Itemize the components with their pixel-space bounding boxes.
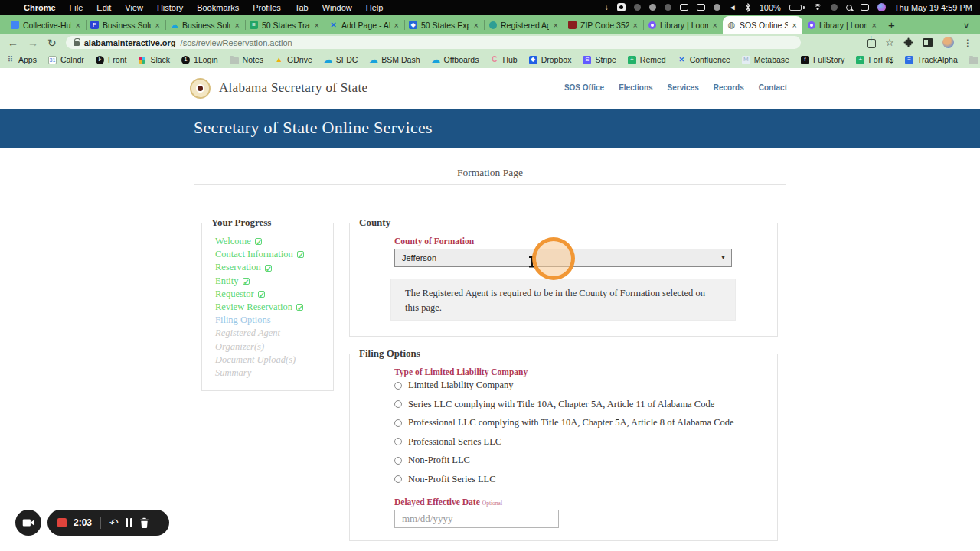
- copy-icon[interactable]: [697, 4, 705, 11]
- bookmark-offboards[interactable]: ☁Offboards: [432, 55, 479, 64]
- tab-business-solutions-2[interactable]: ☁ Business Solutio ×: [165, 16, 245, 34]
- bookmark-gdrive[interactable]: ▲GDrive: [275, 55, 312, 64]
- tab-close-icon[interactable]: ×: [632, 21, 639, 30]
- tab-close-icon[interactable]: ×: [234, 21, 240, 30]
- extensions-icon[interactable]: [903, 37, 913, 47]
- lock-icon[interactable]: [74, 41, 80, 46]
- side-panel-icon[interactable]: [923, 38, 933, 47]
- address-bar[interactable]: alabamainteractive.org /sos/reviewReserv…: [66, 36, 801, 49]
- bookmark-sfdc[interactable]: ☁SFDC: [324, 55, 358, 64]
- tab-close-icon[interactable]: ×: [394, 21, 400, 30]
- radio-icon[interactable]: [394, 419, 402, 427]
- bookmark-forfils[interactable]: +ForFil$: [856, 55, 893, 64]
- radio-option-professional-llc[interactable]: Professional LLC complying with Title 10…: [394, 417, 777, 429]
- menu-history[interactable]: History: [157, 3, 183, 12]
- tab-search-chevron[interactable]: ∨: [963, 21, 969, 31]
- radio-icon[interactable]: [394, 475, 402, 483]
- radio-icon[interactable]: [394, 457, 402, 465]
- tab-close-icon[interactable]: ×: [712, 21, 718, 30]
- delete-recording-icon[interactable]: [139, 517, 149, 528]
- progress-item-review-reservation[interactable]: Review Reservation: [215, 301, 333, 314]
- volume-icon[interactable]: ◄: [729, 4, 737, 11]
- chrome-menu-icon[interactable]: ⋮: [963, 37, 972, 48]
- back-button[interactable]: ←: [8, 37, 18, 48]
- bookmark-star-icon[interactable]: ☆: [885, 37, 894, 48]
- timemachine-icon[interactable]: [831, 4, 838, 11]
- nav-elections[interactable]: Elections: [619, 83, 652, 92]
- tab-close-icon[interactable]: ×: [871, 21, 877, 30]
- new-tab-button[interactable]: +: [888, 18, 895, 31]
- menu-help[interactable]: Help: [366, 3, 384, 12]
- reload-button[interactable]: ↻: [47, 37, 57, 48]
- menu-clock[interactable]: Thu May 19 4:59 PM: [894, 3, 972, 12]
- download-status-icon[interactable]: ↓: [605, 4, 609, 11]
- radio-icon[interactable]: [394, 382, 402, 390]
- mic-status-icon[interactable]: [665, 4, 671, 11]
- menu-bookmarks[interactable]: Bookmarks: [197, 3, 239, 12]
- progress-item-requestor[interactable]: Requestor: [215, 288, 333, 301]
- bookmark-confluence[interactable]: ✕Confluence: [678, 55, 730, 64]
- user-switch-icon[interactable]: [861, 4, 869, 11]
- bookmark-irs-folder[interactable]: IRS: [969, 55, 980, 64]
- nav-contact[interactable]: Contact: [759, 83, 787, 92]
- tab-add-page-confluence[interactable]: ✕ Add Page - Alaba ×: [325, 16, 404, 34]
- radio-option-series-llc[interactable]: Series LLC complying with Title 10A, Cha…: [394, 399, 777, 410]
- tab-close-icon[interactable]: ×: [155, 21, 161, 30]
- wifi-icon[interactable]: [813, 4, 822, 11]
- bookmark-dropbox[interactable]: ◆Dropbox: [529, 55, 572, 64]
- nav-records[interactable]: Records: [714, 83, 744, 92]
- tab-close-icon[interactable]: ×: [75, 21, 81, 30]
- progress-item-filing-options[interactable]: Filing Options: [215, 314, 333, 327]
- bookmark-calndr[interactable]: 31Calndr: [48, 55, 84, 64]
- progress-item-contact-information[interactable]: Contact Information: [215, 248, 333, 261]
- nav-services[interactable]: Services: [668, 83, 699, 92]
- radio-icon[interactable]: [394, 400, 402, 408]
- bookmark-hub[interactable]: CHub: [490, 55, 517, 64]
- bookmark-fullstory[interactable]: fFullStory: [801, 55, 844, 64]
- camera-bubble-button[interactable]: [15, 510, 41, 536]
- forward-button[interactable]: →: [28, 37, 38, 48]
- radio-icon[interactable]: [394, 438, 402, 445]
- bookmark-notes[interactable]: Notes: [230, 55, 263, 64]
- status-icon-dim[interactable]: [634, 4, 641, 11]
- radio-option-llc[interactable]: Limited Liability Company: [394, 380, 777, 391]
- radio-option-professional-series-llc[interactable]: Professional Series LLC: [394, 436, 777, 448]
- shortcat-icon[interactable]: [649, 4, 656, 11]
- menu-chrome[interactable]: Chrome: [24, 3, 56, 12]
- tab-library-loom-1[interactable]: Library | Loom ×: [643, 16, 723, 34]
- tab-close-icon[interactable]: ×: [473, 21, 479, 30]
- spotlight-icon[interactable]: [846, 5, 852, 11]
- menu-file[interactable]: File: [70, 3, 83, 12]
- menu-window[interactable]: Window: [322, 3, 352, 12]
- tab-close-icon[interactable]: ×: [553, 21, 559, 30]
- bookmark-slack[interactable]: Slack: [138, 55, 170, 64]
- delayed-effective-date-input[interactable]: [394, 510, 559, 528]
- restart-recording-icon[interactable]: ↶: [109, 517, 119, 528]
- tab-50-states-expansion[interactable]: ◆ 50 States Expans ×: [404, 16, 484, 34]
- tab-sos-online-services[interactable]: ◍ SOS Online Serv ×: [723, 16, 802, 34]
- tab-registered-agent[interactable]: Registered Agen ×: [484, 16, 564, 34]
- share-icon[interactable]: [867, 39, 876, 48]
- play-status-icon[interactable]: [714, 4, 720, 11]
- display-icon[interactable]: [680, 4, 688, 11]
- bookmark-remed[interactable]: +Remed: [628, 55, 666, 64]
- bluetooth-icon[interactable]: [745, 3, 751, 12]
- tab-zip-code[interactable]: ZIP Code 35235 ×: [564, 16, 643, 34]
- menu-profiles[interactable]: Profiles: [253, 3, 281, 12]
- pause-recording-button[interactable]: [126, 518, 132, 527]
- menu-edit[interactable]: Edit: [96, 3, 111, 12]
- progress-item-reservation[interactable]: Reservation: [215, 261, 333, 274]
- tab-collective-hub[interactable]: Collective-Hub - ×: [6, 16, 86, 34]
- bookmark-front[interactable]: FFront: [96, 55, 127, 64]
- tab-close-icon[interactable]: ×: [314, 21, 320, 30]
- loom-status-icon[interactable]: [617, 3, 626, 11]
- tab-business-solutions-1[interactable]: F Business Solutio ×: [86, 16, 165, 34]
- bookmark-trackalpha[interactable]: ≡TrackAlpha: [905, 55, 958, 64]
- radio-option-nonprofit-llc[interactable]: Non-Profit LLC: [394, 455, 777, 466]
- stop-recording-button[interactable]: [57, 518, 67, 527]
- bookmark-metabase[interactable]: MMetabase: [742, 55, 789, 64]
- menu-view[interactable]: View: [125, 3, 143, 12]
- radio-option-nonprofit-series-llc[interactable]: Non-Profit Series LLC: [394, 474, 777, 485]
- tab-close-icon[interactable]: ×: [792, 21, 798, 30]
- bookmark-1login[interactable]: 11Login: [181, 55, 218, 64]
